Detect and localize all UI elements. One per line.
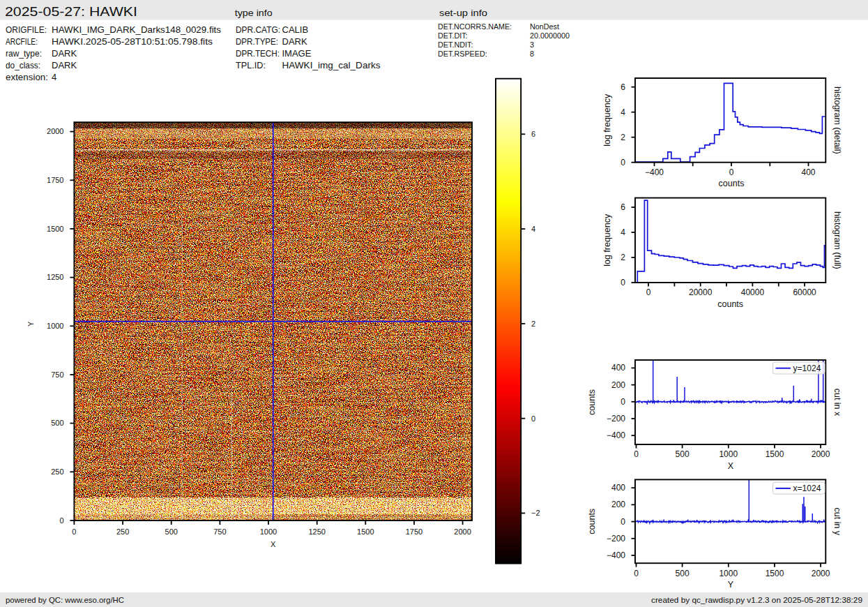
svg-text:1250: 1250	[47, 273, 63, 281]
svg-text:DPR.TECH:: DPR.TECH:	[236, 48, 280, 59]
svg-text:500: 500	[165, 527, 178, 536]
svg-text:powered by QC: www.eso.org/HC: powered by QC: www.eso.org/HC	[6, 596, 124, 604]
svg-text:log frequency: log frequency	[602, 213, 612, 267]
svg-text:1000: 1000	[47, 322, 63, 330]
svg-text:20000: 20000	[689, 287, 713, 297]
svg-text:HAWKI_img_cal_Darks: HAWKI_img_cal_Darks	[282, 60, 381, 70]
svg-text:2000: 2000	[812, 569, 830, 578]
svg-text:Y: Y	[728, 580, 734, 590]
svg-text:cut in x: cut in x	[832, 389, 842, 417]
svg-text:X: X	[271, 540, 276, 548]
svg-text:6: 6	[620, 202, 625, 212]
svg-text:250: 250	[116, 527, 129, 536]
svg-text:DET.DIT:: DET.DIT:	[438, 31, 468, 40]
svg-text:2000: 2000	[454, 527, 471, 536]
svg-text:DARK: DARK	[52, 60, 77, 70]
svg-text:DARK: DARK	[52, 48, 77, 59]
svg-text:4: 4	[531, 225, 535, 233]
svg-text:250: 250	[51, 467, 63, 476]
svg-text:type info: type info	[235, 8, 273, 18]
svg-text:histogram (detail): histogram (detail)	[832, 87, 842, 154]
svg-text:60000: 60000	[793, 287, 816, 297]
svg-text:X: X	[728, 461, 734, 471]
svg-text:DPR.CATG:: DPR.CATG:	[236, 24, 280, 35]
svg-text:DPR.TYPE:: DPR.TYPE:	[236, 36, 278, 47]
svg-text:8: 8	[530, 50, 534, 58]
svg-text:4: 4	[52, 72, 56, 82]
svg-text:−400: −400	[645, 167, 664, 177]
svg-text:0: 0	[634, 569, 639, 578]
svg-text:raw_type:: raw_type:	[6, 48, 42, 59]
svg-text:IMAGE: IMAGE	[282, 48, 312, 59]
svg-text:2025-05-27: HAWKI: 2025-05-27: HAWKI	[5, 5, 137, 19]
svg-text:HAWKI_IMG_DARK_Darks148_0029.f: HAWKI_IMG_DARK_Darks148_0029.fits	[52, 24, 221, 35]
svg-text:200: 200	[611, 500, 625, 509]
svg-text:0: 0	[646, 287, 651, 297]
svg-text:counts: counts	[587, 509, 597, 534]
svg-text:500: 500	[676, 569, 690, 578]
svg-text:Y: Y	[27, 321, 36, 327]
svg-text:1750: 1750	[406, 527, 422, 536]
svg-text:6: 6	[531, 130, 535, 138]
svg-text:0: 0	[620, 517, 625, 527]
svg-text:0: 0	[729, 167, 734, 177]
svg-text:0: 0	[531, 414, 535, 423]
svg-text:400: 400	[611, 363, 625, 373]
svg-text:TPL.ID:: TPL.ID:	[236, 60, 266, 70]
svg-text:0: 0	[620, 158, 625, 167]
svg-text:3: 3	[530, 40, 534, 49]
svg-text:1500: 1500	[47, 225, 63, 233]
svg-text:400: 400	[611, 483, 625, 493]
svg-text:1500: 1500	[357, 527, 374, 536]
svg-text:4: 4	[620, 227, 625, 237]
svg-text:−200: −200	[607, 534, 625, 544]
svg-text:ORIGFILE:: ORIGFILE:	[6, 24, 47, 35]
svg-text:40000: 40000	[741, 287, 765, 297]
svg-text:cut in y: cut in y	[832, 507, 842, 535]
svg-text:1250: 1250	[308, 527, 325, 536]
svg-text:CALIB: CALIB	[282, 24, 309, 35]
svg-text:HAWKI.2025-05-28T10:51:05.798.: HAWKI.2025-05-28T10:51:05.798.fits	[52, 36, 213, 47]
svg-text:ARCFILE:: ARCFILE:	[6, 36, 38, 47]
svg-text:1500: 1500	[766, 449, 784, 459]
svg-text:−400: −400	[607, 550, 625, 560]
svg-text:counts: counts	[719, 179, 745, 188]
svg-text:DARK: DARK	[282, 36, 307, 47]
svg-text:0: 0	[620, 397, 625, 407]
svg-text:6: 6	[620, 82, 625, 92]
svg-text:DET.NDIT:: DET.NDIT:	[438, 40, 473, 49]
svg-text:x=1024: x=1024	[793, 484, 821, 493]
svg-text:NonDest: NonDest	[530, 22, 559, 31]
svg-text:1750: 1750	[47, 176, 63, 184]
svg-text:DET.NCORRS.NAME:: DET.NCORRS.NAME:	[438, 22, 512, 31]
svg-text:2: 2	[620, 253, 625, 262]
svg-text:1500: 1500	[766, 569, 784, 578]
svg-text:DET.RSPEED:: DET.RSPEED:	[438, 50, 487, 58]
svg-text:0: 0	[634, 449, 639, 459]
svg-text:y=1024: y=1024	[793, 364, 821, 373]
svg-text:counts: counts	[587, 389, 597, 415]
svg-text:0: 0	[72, 527, 76, 536]
svg-text:2: 2	[531, 320, 535, 328]
svg-text:200: 200	[611, 380, 625, 390]
svg-text:1000: 1000	[719, 449, 738, 459]
svg-text:log frequency: log frequency	[602, 93, 612, 147]
svg-text:400: 400	[801, 167, 815, 177]
svg-text:1000: 1000	[719, 569, 738, 578]
svg-text:−400: −400	[607, 430, 625, 440]
svg-text:0: 0	[620, 278, 625, 287]
svg-text:2000: 2000	[812, 449, 830, 459]
svg-text:0: 0	[59, 516, 63, 525]
svg-text:−200: −200	[607, 414, 625, 424]
svg-text:do_class:: do_class:	[6, 60, 40, 70]
svg-text:2000: 2000	[47, 127, 63, 135]
svg-text:750: 750	[51, 370, 63, 379]
svg-text:750: 750	[213, 527, 226, 536]
svg-text:histogram (full): histogram (full)	[832, 211, 842, 269]
svg-text:1000: 1000	[260, 527, 277, 536]
svg-text:extension:: extension:	[6, 72, 48, 82]
svg-text:created by qc_rawdisp.py v1.2.: created by qc_rawdisp.py v1.2.3 on 2025-…	[651, 596, 862, 604]
svg-text:2: 2	[620, 133, 625, 142]
svg-text:counts: counts	[717, 299, 743, 309]
svg-text:−2: −2	[531, 509, 540, 517]
